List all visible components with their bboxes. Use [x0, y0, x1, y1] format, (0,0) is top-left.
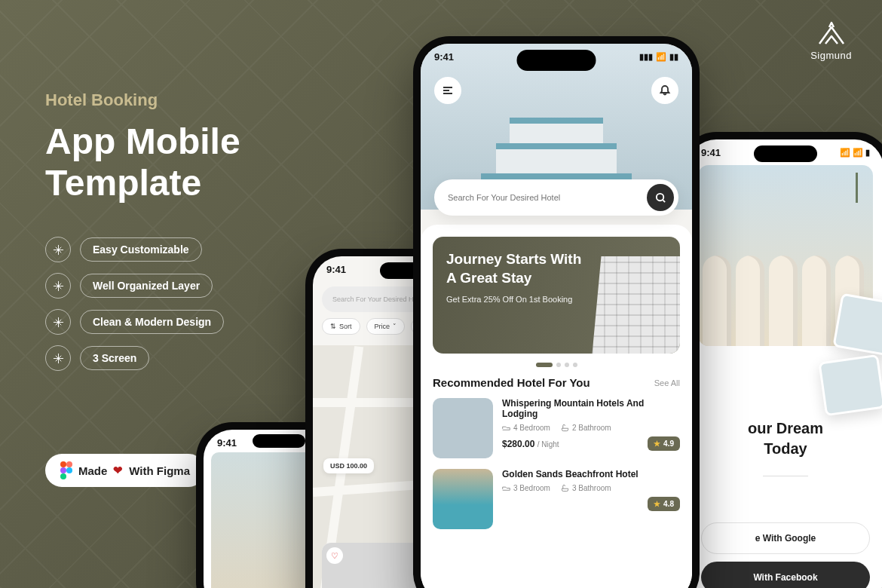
- cellular-icon: ▮▮▮: [639, 52, 653, 62]
- hotel-name: Golden Sands Beachfront Hotel: [502, 469, 680, 479]
- see-all-link[interactable]: See All: [654, 378, 680, 387]
- sparkle-icon: [45, 345, 71, 371]
- promo-card[interactable]: Journey Starts WithA Great Stay Get Extr…: [433, 237, 680, 354]
- search-bar[interactable]: [434, 179, 678, 216]
- hotel-price: $280.00 / Night: [502, 439, 559, 449]
- svg-point-4: [60, 473, 66, 479]
- status-icons: ▮▮▮ 📶 ▮▮: [639, 51, 678, 63]
- hotel-rating: 4.9: [648, 436, 680, 451]
- bedroom-meta: 3 Bedroom: [502, 484, 550, 492]
- kicker: Hotel Booking: [45, 90, 240, 110]
- promo-title: Journey Starts WithA Great Stay: [446, 250, 582, 287]
- sparkle-icon: [45, 309, 71, 335]
- phone-mock-home: 9:41 ▮▮▮ 📶 ▮▮ Journey Starts WithA Gr: [413, 36, 700, 588]
- bathroom-meta: 2 Bathroom: [561, 424, 611, 432]
- svg-point-5: [656, 193, 663, 200]
- hotel-name: Whispering Mountain Hotels And Lodging: [502, 398, 680, 419]
- feature-item: Clean & Modern Design: [45, 309, 240, 335]
- menu-button[interactable]: [434, 77, 461, 104]
- bedroom-meta: 4 Bedroom: [502, 424, 550, 432]
- battery-icon: ▮▮: [669, 52, 678, 62]
- phone-mock-onboard: 9:41📶 📶 ▮ our DreamToday e With Google W…: [680, 132, 882, 588]
- map-price-pin[interactable]: USD 100.00: [323, 458, 374, 473]
- hotel-thumbnail: [433, 469, 493, 529]
- feature-label: Clean & Modern Design: [80, 310, 224, 334]
- feature-item: Easy Customizable: [45, 237, 240, 262]
- main-title: App Mobile Template: [45, 121, 240, 204]
- feature-list: Easy Customizable Well Organized Layer C…: [45, 237, 240, 371]
- feature-label: Well Organized Layer: [80, 274, 213, 298]
- sort-chip[interactable]: ⇅ Sort: [322, 318, 360, 335]
- bath-icon: [561, 424, 569, 432]
- continue-facebook-button[interactable]: With Facebook: [701, 562, 870, 588]
- bath-icon: [561, 484, 569, 492]
- wifi-icon: 📶: [656, 52, 666, 62]
- svg-point-0: [60, 461, 66, 467]
- svg-point-3: [66, 467, 72, 473]
- sparkle-icon: [45, 273, 71, 299]
- image-tile: [832, 293, 882, 357]
- sparkle-icon: [45, 237, 71, 262]
- notification-button[interactable]: [651, 77, 678, 104]
- brand-logo: Sigmund: [810, 21, 852, 62]
- heart-icon: ❤: [113, 464, 123, 477]
- made-with-badge: Made ❤ With Figma: [45, 454, 205, 487]
- svg-point-2: [60, 467, 66, 473]
- search-button[interactable]: [647, 184, 674, 211]
- favorite-icon[interactable]: ♡: [326, 547, 343, 564]
- hotel-card[interactable]: Golden Sands Beachfront Hotel 3 Bedroom …: [433, 469, 680, 529]
- hotel-rating: 4.8: [648, 497, 680, 511]
- promo-subtitle: Get Extra 25% Off On 1st Booking: [446, 295, 582, 304]
- bed-icon: [502, 424, 510, 432]
- search-input[interactable]: [448, 193, 647, 202]
- hotel-card[interactable]: Whispering Mountain Hotels And Lodging 4…: [433, 398, 680, 458]
- brand-name: Sigmund: [810, 50, 852, 61]
- carousel-dots[interactable]: [433, 363, 680, 367]
- figma-icon: [60, 461, 72, 479]
- status-time: 9:41: [434, 51, 454, 63]
- feature-label: Easy Customizable: [80, 237, 202, 262]
- feature-item: 3 Screen: [45, 345, 240, 371]
- promo-building-image: [592, 256, 680, 354]
- section-title: Recommended Hotel For You: [433, 376, 590, 389]
- onboard-title: our DreamToday: [701, 418, 870, 459]
- svg-point-1: [66, 461, 72, 467]
- hotel-thumbnail: [433, 398, 493, 458]
- price-chip[interactable]: Price ˅: [366, 318, 406, 335]
- bed-icon: [502, 484, 510, 492]
- image-tile: [818, 354, 882, 416]
- feature-item: Well Organized Layer: [45, 273, 240, 299]
- continue-google-button[interactable]: e With Google: [701, 522, 870, 554]
- sigmund-icon: [815, 21, 848, 45]
- bathroom-meta: 3 Bathroom: [561, 484, 611, 492]
- feature-label: 3 Screen: [80, 346, 149, 370]
